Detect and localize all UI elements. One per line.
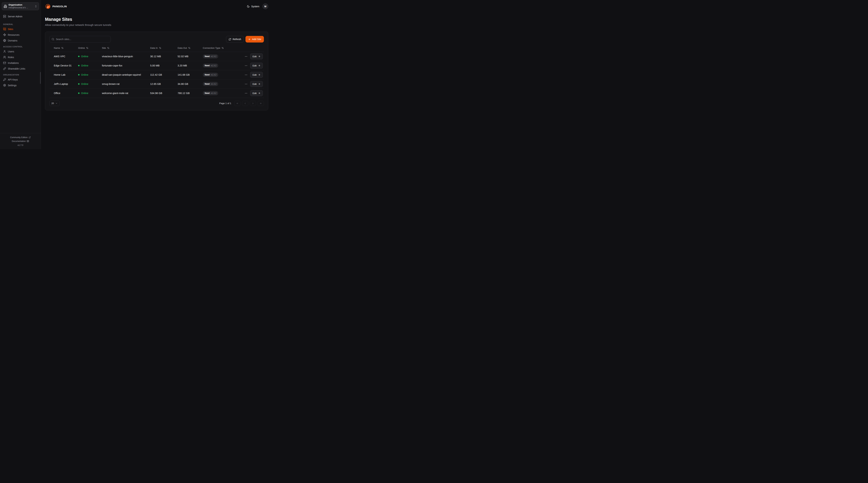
cell-data-in: 30.12 MB <box>146 55 173 58</box>
column-header-data-in[interactable]: Data In <box>146 44 173 52</box>
table-row: Office Online welcome-giant-mole-rat 534… <box>49 89 264 98</box>
theme-toggle[interactable]: System <box>247 5 259 8</box>
sidebar-item-settings[interactable]: Settings <box>2 83 39 88</box>
page-info: Page 1 of 1 <box>219 102 231 105</box>
sidebar-item-label: Domains <box>8 39 18 42</box>
waypoints-icon <box>3 33 6 36</box>
cell-online: Online <box>73 92 97 95</box>
column-header-site[interactable]: Site <box>97 44 146 52</box>
first-page-button[interactable] <box>234 101 241 106</box>
table-row: Home Lab Online dead-san-joaquin-antelop… <box>49 70 264 79</box>
search-icon <box>52 38 54 41</box>
sites-table: Name Online Site Data In <box>49 44 264 98</box>
online-dot <box>78 93 80 94</box>
next-page-button[interactable] <box>250 101 256 106</box>
sort-icon <box>221 47 224 49</box>
add-site-button[interactable]: Add Site <box>245 36 264 42</box>
column-label: Connection Type <box>203 47 220 49</box>
section-label-organization: ORGANIZATION <box>2 72 39 77</box>
column-label: Site <box>102 47 106 49</box>
sidebar-item-resources[interactable]: Resources <box>2 32 39 37</box>
edit-button[interactable]: Edit <box>250 90 263 96</box>
cell-connection-type: Newtv1.3.2 <box>198 73 241 77</box>
search-box <box>49 36 111 42</box>
column-header-connection-type[interactable]: Connection Type <box>198 44 241 52</box>
column-header-online[interactable]: Online <box>73 44 97 52</box>
edit-button[interactable]: Edit <box>250 54 263 59</box>
documentation-label: Documentation <box>12 140 26 142</box>
documentation-link[interactable]: Documentation <box>0 139 41 143</box>
connection-badge: Newtv1.3.2 <box>203 54 218 59</box>
row-menu-button[interactable] <box>244 82 248 86</box>
connection-type-label: Newt <box>205 92 210 94</box>
sidebar-item-shareable-links[interactable]: Shareable Links <box>2 66 39 71</box>
online-dot <box>78 65 80 66</box>
version-label: v1.7.0 <box>0 143 41 147</box>
online-dot <box>78 83 80 85</box>
sidebar-item-label: Users <box>8 50 14 53</box>
cell-online: Online <box>73 55 97 58</box>
cell-connection-type: Newtv1.3.2 <box>198 82 241 86</box>
arrow-right-icon <box>258 64 260 67</box>
column-header-name[interactable]: Name <box>49 44 73 52</box>
sidebar-item-server-admin[interactable]: Server Admin <box>2 14 39 19</box>
row-menu-button[interactable] <box>244 55 248 58</box>
refresh-label: Refresh <box>232 38 241 41</box>
sidebar-item-api-keys[interactable]: API Keys <box>2 77 39 82</box>
key-icon <box>3 78 6 81</box>
edit-label: Edit <box>253 64 256 67</box>
table-row: Jeff's Laptop Online smug-brown-rat 12.6… <box>49 79 264 89</box>
link-icon <box>3 67 6 70</box>
sidebar: Organization milo@fossorial.io's ... Ser… <box>0 0 41 149</box>
community-edition-link[interactable]: Community Edition <box>0 135 41 139</box>
cell-actions: Edit <box>241 72 264 78</box>
sidebar-item-invitations[interactable]: Invitations <box>2 60 39 66</box>
main-area: PANGOLIN System M Manage Sites Allow con… <box>41 0 272 149</box>
avatar[interactable]: M <box>262 3 268 9</box>
column-header-data-out[interactable]: Data Out <box>173 44 198 52</box>
row-menu-button[interactable] <box>244 64 248 67</box>
connection-badge: Newtv1.3.2 <box>203 91 218 95</box>
user-icon <box>3 50 6 53</box>
column-label: Online <box>78 47 85 49</box>
server-icon <box>3 15 6 18</box>
section-label-general: GENERAL <box>2 21 39 26</box>
search-input[interactable] <box>56 38 108 41</box>
connection-type-label: Newt <box>205 55 210 58</box>
users-icon <box>3 56 6 59</box>
sidebar-item-sites[interactable]: Sites <box>2 26 39 32</box>
org-selector[interactable]: Organization milo@fossorial.io's ... <box>2 2 39 10</box>
prev-page-button[interactable] <box>242 101 248 106</box>
chevrons-left-icon <box>236 102 239 105</box>
refresh-button[interactable]: Refresh <box>226 36 244 42</box>
edit-button[interactable]: Edit <box>250 63 263 68</box>
sidebar-item-users[interactable]: Users <box>2 49 39 54</box>
edit-button[interactable]: Edit <box>250 81 263 87</box>
book-open-icon <box>27 140 29 142</box>
sidebar-item-label: API Keys <box>8 78 18 81</box>
row-menu-button[interactable] <box>244 73 248 77</box>
row-menu-button[interactable] <box>244 91 248 95</box>
org-selector-title: Organization <box>8 3 33 6</box>
arrow-right-icon <box>258 55 260 58</box>
connection-version-label: v1.3.2 <box>211 55 216 58</box>
chevron-down-icon <box>55 102 58 104</box>
brand-logo[interactable]: PANGOLIN <box>45 3 67 9</box>
connection-version-label: v1.3.2 <box>211 73 216 76</box>
edit-label: Edit <box>253 55 256 58</box>
sidebar-item-domains[interactable]: Domains <box>2 38 39 43</box>
sidebar-item-label: Roles <box>8 56 14 59</box>
edit-button[interactable]: Edit <box>250 72 263 78</box>
page-size-select[interactable]: 20 <box>49 101 60 106</box>
sidebar-item-label: Shareable Links <box>8 67 25 70</box>
edit-label: Edit <box>253 83 256 85</box>
last-page-button[interactable] <box>258 101 264 106</box>
cell-online: Online <box>73 73 97 76</box>
sidebar-scrollbar[interactable] <box>40 72 41 84</box>
online-label: Online <box>81 92 88 95</box>
content: Manage Sites Allow connectivity to your … <box>41 13 272 115</box>
connection-type-label: Newt <box>205 83 210 85</box>
column-header-actions <box>241 45 264 51</box>
sidebar-item-roles[interactable]: Roles <box>2 55 39 60</box>
online-label: Online <box>81 83 88 85</box>
